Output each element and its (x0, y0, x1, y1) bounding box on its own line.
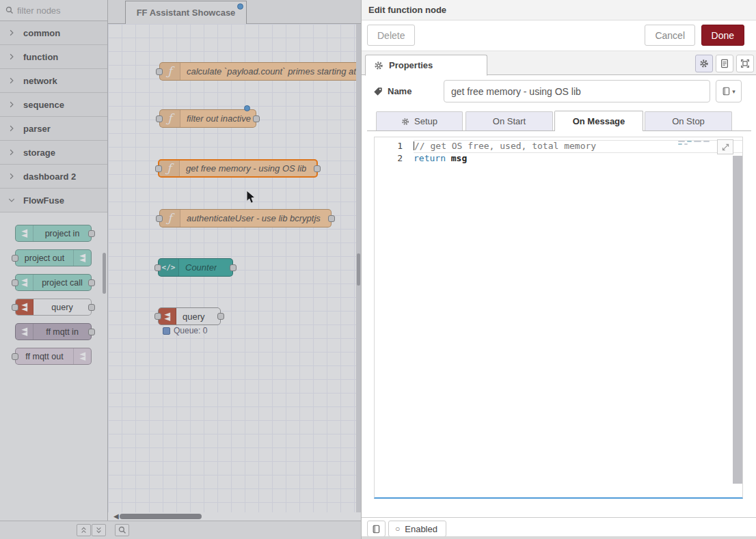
cancel-button[interactable]: Cancel (645, 25, 695, 46)
editor-minimap (678, 141, 714, 148)
code-editor[interactable]: 1 // get OS free, used, total memory 2 r… (374, 137, 743, 499)
input-port[interactable] (156, 215, 163, 222)
node-get-free-memory[interactable]: ƒ get free memory - using OS lib (158, 159, 318, 178)
delete-button[interactable]: Delete (367, 25, 415, 46)
tab-setup[interactable]: Setup (376, 111, 463, 130)
palette-category-network[interactable]: network (0, 69, 107, 93)
input-port[interactable] (156, 68, 163, 75)
flow-changed-dot (237, 3, 243, 10)
scrollbar-thumb[interactable] (357, 253, 360, 286)
palette-category-dashboard2[interactable]: dashboard 2 (0, 165, 107, 189)
description-view-button[interactable] (716, 55, 733, 72)
chevron-right-icon (8, 77, 15, 84)
chevron-down-icon (8, 197, 15, 204)
function-icon: ƒ (160, 110, 180, 127)
search-icon (5, 6, 14, 14)
palette-filter-input[interactable] (17, 5, 92, 16)
output-port[interactable] (230, 264, 237, 271)
node-label: filter out inactive (180, 113, 251, 124)
name-input[interactable] (444, 80, 710, 102)
palette-scrollbar[interactable] (103, 253, 106, 294)
code-variable: msg (446, 153, 467, 163)
category-label: parser (23, 124, 51, 134)
output-port[interactable] (253, 115, 260, 122)
palette-node-label: project out (16, 253, 73, 263)
input-port[interactable] (154, 313, 161, 320)
node-filter-out-inactive[interactable]: ƒ filter out inactive (159, 109, 256, 128)
palette-node-label: project in (33, 229, 91, 238)
done-button[interactable]: Done (701, 25, 744, 46)
flow-tab[interactable]: FF Assistant Showcase (125, 1, 247, 24)
name-label-text: Name (388, 86, 411, 96)
category-label: FlowFuse (23, 195, 64, 206)
editor-expand-button[interactable] (717, 139, 733, 154)
flowfuse-icon (16, 324, 33, 340)
input-port[interactable] (156, 115, 163, 122)
node-changed-dot (244, 105, 250, 111)
collapse-all-button[interactable] (77, 524, 91, 536)
code-comment: // get OS free, used, total memory (414, 141, 596, 151)
input-port (12, 353, 18, 360)
output-port[interactable] (314, 165, 321, 172)
palette-node-query[interactable]: query (15, 299, 92, 316)
expand-all-button[interactable] (92, 524, 106, 536)
library-dropdown-button[interactable]: ▾ (716, 80, 742, 102)
scroll-left-arrow[interactable]: ◀ (113, 512, 119, 520)
vertical-scrollbar[interactable] (356, 24, 361, 512)
workspace-tab-bar: FF Assistant Showcase (108, 0, 361, 24)
properties-view-button[interactable] (695, 55, 713, 72)
palette-category-sequence[interactable]: sequence (0, 93, 107, 117)
palette-category-parser[interactable]: parser (0, 117, 107, 141)
workspace-grid[interactable]: ƒ calculate `payload.count` primes start… (108, 24, 361, 512)
node-query[interactable]: query (158, 307, 221, 325)
function-icon: ƒ (160, 63, 180, 80)
zoom-search-button[interactable] (115, 524, 129, 536)
magnifier-icon (118, 526, 126, 534)
flow-canvas: FF Assistant Showcase ƒ calculate `paylo… (108, 0, 361, 539)
tab-on-stop[interactable]: On Stop (645, 111, 732, 130)
output-port[interactable] (328, 215, 335, 222)
node-authenticate-user[interactable]: ƒ authenticateUser - use lib bcryptjs (159, 209, 332, 227)
template-icon: </> (159, 259, 179, 276)
enabled-toggle-button[interactable]: ○ Enabled (388, 521, 446, 537)
horizontal-scrollbar[interactable]: ◀ (108, 512, 361, 521)
function-icon: ƒ (160, 210, 180, 227)
category-label: function (23, 52, 58, 62)
palette-node-ff-mqtt-out[interactable]: ff mqtt out (15, 348, 92, 365)
palette-node-ff-mqtt-in[interactable]: ff mqtt in (15, 323, 92, 340)
line-number: 2 (375, 153, 414, 165)
palette-search[interactable] (0, 0, 107, 21)
line-number: 1 (375, 141, 414, 153)
chevron-right-icon (8, 125, 15, 132)
appearance-view-button[interactable] (736, 55, 754, 72)
palette-category-function[interactable]: function (0, 45, 107, 69)
palette-category-common[interactable]: common (0, 21, 107, 45)
palette-category-storage[interactable]: storage (0, 141, 107, 165)
flow-tab-label: FF Assistant Showcase (137, 8, 236, 18)
input-port[interactable] (154, 264, 161, 271)
output-port[interactable] (217, 313, 224, 320)
tag-icon (373, 87, 383, 96)
palette-node-project-in[interactable]: project in (15, 225, 92, 242)
footer-library-button[interactable] (367, 521, 386, 537)
palette-node-project-call[interactable]: project call (15, 274, 92, 291)
tray-body: Name ▾ Setup On Start On Message On Stop (362, 75, 756, 520)
node-calculate-primes[interactable]: ƒ calculate `payload.count` primes start… (159, 62, 361, 81)
tab-on-message[interactable]: On Message (554, 111, 643, 131)
flowfuse-icon (73, 348, 91, 364)
tray-bottom-edge (362, 536, 756, 539)
palette-category-flowfuse[interactable]: FlowFuse (0, 189, 107, 212)
output-port (88, 230, 95, 237)
scrollbar-thumb[interactable] (120, 514, 202, 519)
input-port[interactable] (155, 165, 162, 172)
double-chevron-down-icon (96, 527, 102, 534)
palette-node-project-out[interactable]: project out (15, 249, 92, 266)
node-counter[interactable]: </> Counter (158, 258, 233, 277)
chevron-right-icon (8, 173, 15, 180)
tab-properties[interactable]: Properties (365, 55, 487, 76)
tab-on-start[interactable]: On Start (465, 111, 553, 130)
name-field-label: Name (373, 86, 411, 96)
node-label: query (176, 312, 205, 322)
editor-scrollbar[interactable] (733, 156, 742, 484)
box-outline-icon (740, 59, 750, 68)
